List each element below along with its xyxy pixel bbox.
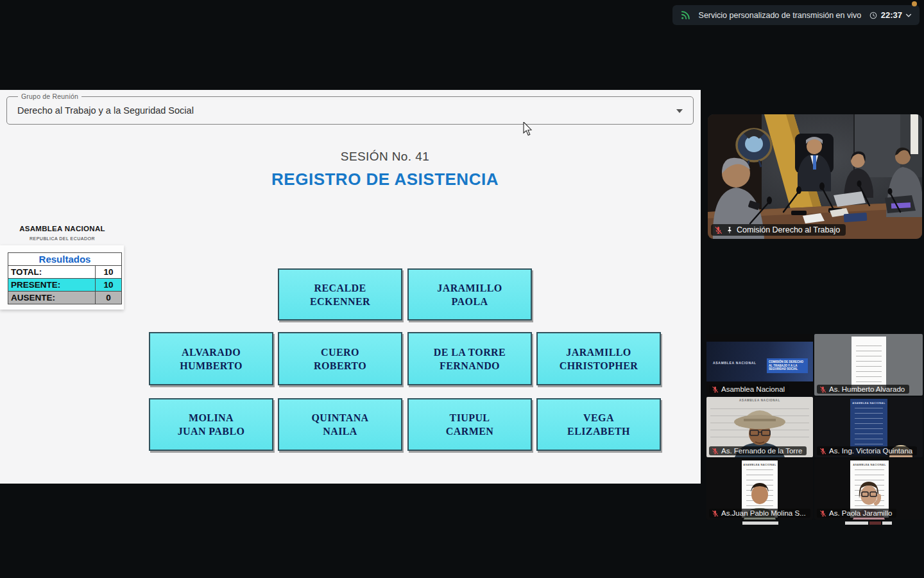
pin-icon xyxy=(726,226,733,234)
main-video-name-label: Comisión Derecho al Trabajo xyxy=(711,224,846,236)
attendance-box-molina: MOLINA JUAN PABLO xyxy=(149,398,273,451)
participant-tile-juan-pablo-molina[interactable]: ASAMBLEA NACIONAL As.Juan Pablo Molina S… xyxy=(706,459,813,520)
main-video-tile[interactable]: Comisión Derecho al Trabajo xyxy=(708,114,922,239)
results-table: Resultados TOTAL: 10 PRESENTE: 10 AUSENT… xyxy=(8,252,122,304)
live-stream-status-bar: Servicio personalizado de transmisión en… xyxy=(672,5,920,25)
video-conference-window: Servicio personalizado de transmisión en… xyxy=(0,0,924,578)
participant-tile-fernando-de-la-torre[interactable]: ASAMBLEA NACIONAL As. Fernando de la Tor… xyxy=(706,397,813,457)
attendance-box-alvarado: ALVARADO HUMBERTO xyxy=(149,332,273,385)
participant-tile-victoria-quintana[interactable]: ASAMBLEA NACIONAL As. Ing. Victoria Quin… xyxy=(814,397,923,457)
mic-muted-icon xyxy=(712,510,719,517)
participant-tile-asamblea-nacional[interactable]: ASAMBLEA NACIONAL COMISIÓN DE DERECHO AL… xyxy=(706,334,813,396)
participant-name-label: As. Paola Jaramillo xyxy=(817,509,896,518)
participant-name-label: Asamblea Nacional xyxy=(709,385,789,394)
screen-share-content: Grupo de Reunión Derecho al Trabajo y a … xyxy=(0,90,701,484)
stream-elapsed-time: 22:37 xyxy=(881,10,902,20)
cutoff-tile-sliver xyxy=(869,521,881,525)
participant-tile-paola-jaramillo[interactable]: ASAMBLEA NACIONAL As. Paola Jaramillo xyxy=(814,459,923,520)
attendance-box-quintana: QUINTANA NAILA xyxy=(278,398,402,451)
stream-time-menu[interactable]: 22:37 xyxy=(869,10,912,20)
attendance-box-cuero: CUERO ROBERTO xyxy=(278,332,402,385)
meeting-group-select-value: Derecho al Trabajo y a la Seguridad Soci… xyxy=(7,97,693,124)
live-stream-service-text: Servicio personalizado de transmisión en… xyxy=(696,11,864,20)
results-row-absent: AUSENTE: 0 xyxy=(8,292,122,304)
select-dropdown-arrow-icon xyxy=(676,109,683,116)
mic-muted-icon xyxy=(712,386,719,393)
attendance-box-tiupul: TIUPUL CARMEN xyxy=(407,398,532,451)
chevron-down-icon xyxy=(905,13,912,18)
participant-backdrop xyxy=(851,337,886,392)
attendance-box-jaramillo-christopher: JARAMILLO CHRISTOPHER xyxy=(536,332,661,385)
attendance-box-delatorre: DE LA TORRE FERNANDO xyxy=(407,332,532,385)
participant-tile-humberto-alvarado[interactable]: As. Humberto Alvarado xyxy=(814,334,923,396)
results-row-present: PRESENTE: 10 xyxy=(8,279,122,292)
attendance-box-jaramillo-paola: JARAMILLO PAOLA xyxy=(407,268,532,320)
mic-muted-icon xyxy=(819,510,826,517)
attendance-box-recalde: RECALDE ECKENNER xyxy=(278,268,402,320)
mic-muted-icon xyxy=(819,386,826,393)
org-subtitle: REPUBLICA DEL ECUADOR xyxy=(5,236,119,241)
cutoff-tile-sliver xyxy=(882,521,892,525)
results-row-total: TOTAL: 10 xyxy=(8,266,122,279)
notification-dot xyxy=(912,1,917,6)
mouse-cursor xyxy=(523,122,536,137)
session-title: SESIÓN No. 41 xyxy=(35,150,735,164)
asamblea-banner-image: ASAMBLEA NACIONAL COMISIÓN DE DERECHO AL… xyxy=(706,342,813,381)
results-title: Resultados xyxy=(8,253,122,266)
mic-muted-icon xyxy=(714,226,723,234)
participant-name-label: As.Juan Pablo Molina S... xyxy=(709,509,810,518)
meeting-group-select[interactable]: Grupo de Reunión Derecho al Trabajo y a … xyxy=(6,96,694,125)
meeting-room-video xyxy=(708,114,922,239)
org-name: ASAMBLEA NACIONAL xyxy=(5,225,119,232)
participant-name-label: As. Fernando de la Torre xyxy=(709,446,807,455)
participant-name-label: As. Ing. Victoria Quintana xyxy=(817,446,917,455)
mic-muted-icon xyxy=(712,448,719,455)
broadcast-icon xyxy=(680,10,691,21)
attendance-box-vega: VEGA ELIZABETH xyxy=(536,398,661,451)
cutoff-tile-sliver xyxy=(742,521,778,525)
page-title: REGISTRO DE ASISTENCIA xyxy=(35,170,735,189)
mic-muted-icon xyxy=(819,448,826,455)
cutoff-tile-sliver xyxy=(845,521,868,525)
clock-icon xyxy=(869,11,878,20)
participant-name-label: As. Humberto Alvarado xyxy=(817,385,909,394)
meeting-group-select-label: Grupo de Reunión xyxy=(18,92,81,100)
